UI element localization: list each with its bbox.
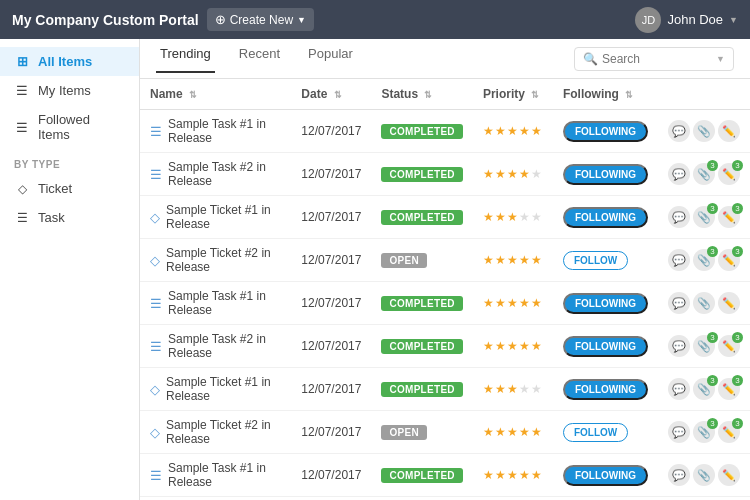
edit-action-icon[interactable]: ✏️ 3	[718, 378, 740, 400]
cell-following[interactable]: FOLLOWING	[553, 497, 658, 501]
cell-actions: 💬 📎 3 ✏️ 3	[658, 411, 750, 454]
follow-button[interactable]: FOLLOWING	[563, 336, 648, 357]
chat-action-icon[interactable]: 💬	[668, 378, 690, 400]
priority-stars: ★★★★★	[483, 253, 543, 267]
table-row: ◇ Sample Ticket #2 in Release 12/07/2017…	[140, 239, 750, 282]
edit-action-icon[interactable]: ✏️ 3	[718, 335, 740, 357]
sort-priority-icon: ⇅	[531, 90, 539, 100]
sidebar-item-my-items[interactable]: ☰ My Items	[0, 76, 139, 105]
attach-action-icon[interactable]: 📎 3	[693, 163, 715, 185]
attach-action-icon[interactable]: 📎 3	[693, 421, 715, 443]
cell-status: COMPLETED	[371, 153, 472, 196]
chat-icon: 💬	[672, 211, 686, 224]
priority-stars: ★★★★★	[483, 339, 543, 353]
sidebar-label-task: Task	[38, 210, 65, 225]
follow-button[interactable]: FOLLOWING	[563, 379, 648, 400]
follow-button[interactable]: FOLLOWING	[563, 293, 648, 314]
pencil-icon: ✏️	[722, 297, 736, 310]
cell-priority: ★★★★★	[473, 282, 553, 325]
search-input[interactable]	[602, 52, 702, 66]
edit-badge: 3	[707, 246, 718, 257]
cell-name: ◇ Sample Ticket #2 in Release	[140, 411, 291, 454]
sidebar-item-followed-items[interactable]: ☰ Followed Items	[0, 105, 139, 149]
sidebar-item-task[interactable]: ☰ Task	[0, 203, 139, 232]
chat-action-icon[interactable]: 💬	[668, 464, 690, 486]
edit-action-icon[interactable]: ✏️ 3	[718, 249, 740, 271]
edit-action-icon[interactable]: ✏️ 3	[718, 421, 740, 443]
ticket-icon: ◇	[14, 182, 30, 196]
edit-action-icon[interactable]: ✏️	[718, 464, 740, 486]
edit-action-icon[interactable]: ✏️ 3	[718, 163, 740, 185]
cell-following[interactable]: FOLLOWING	[553, 325, 658, 368]
tab-popular[interactable]: Popular	[304, 46, 357, 73]
chat-icon: 💬	[672, 297, 686, 310]
cell-date: 12/07/2017	[291, 153, 371, 196]
task-type-icon: ☰	[150, 124, 162, 139]
follow-button[interactable]: FOLLOWING	[563, 207, 648, 228]
attach-action-icon[interactable]: 📎 3	[693, 206, 715, 228]
edit-badge: 3	[707, 418, 718, 429]
sort-status-icon: ⇅	[424, 90, 432, 100]
attach-action-icon[interactable]: 📎	[693, 464, 715, 486]
grid-icon: ⊞	[14, 54, 30, 69]
attach-action-icon[interactable]: 📎 3	[693, 335, 715, 357]
follow-button[interactable]: FOLLOW	[563, 251, 628, 270]
edit-action-icon[interactable]: ✏️	[718, 120, 740, 142]
attach-action-icon[interactable]: 📎	[693, 292, 715, 314]
follow-button[interactable]: FOLLOWING	[563, 465, 648, 486]
paperclip-icon: 📎	[697, 125, 711, 138]
follow-button[interactable]: FOLLOWING	[563, 164, 648, 185]
chat-action-icon[interactable]: 💬	[668, 292, 690, 314]
ticket-type-icon: ◇	[150, 425, 160, 440]
item-name-text: Sample Task #2 in Release	[168, 332, 281, 360]
chat-action-icon[interactable]: 💬	[668, 206, 690, 228]
cell-status: COMPLETED	[371, 196, 472, 239]
follow-button[interactable]: FOLLOWING	[563, 121, 648, 142]
sidebar-item-all-items[interactable]: ⊞ All Items	[0, 47, 139, 76]
cell-following[interactable]: FOLLOW	[553, 411, 658, 454]
cell-actions: 💬 📎 ✏️	[658, 110, 750, 153]
cell-actions: 💬 📎 3 ✏️ 3	[658, 368, 750, 411]
chat-action-icon[interactable]: 💬	[668, 249, 690, 271]
status-badge: OPEN	[381, 253, 427, 268]
chat-action-icon[interactable]: 💬	[668, 163, 690, 185]
cell-priority: ★★★★★	[473, 110, 553, 153]
tab-trending[interactable]: Trending	[156, 46, 215, 73]
cell-following[interactable]: FOLLOWING	[553, 196, 658, 239]
cell-date: 12/07/2017	[291, 239, 371, 282]
task-type-icon: ☰	[150, 167, 162, 182]
attach-action-icon[interactable]: 📎 3	[693, 249, 715, 271]
sort-following-icon: ⇅	[625, 90, 633, 100]
cell-following[interactable]: FOLLOWING	[553, 282, 658, 325]
edit-badge: 3	[732, 375, 743, 386]
search-chevron-icon: ▼	[716, 54, 725, 64]
chat-action-icon[interactable]: 💬	[668, 335, 690, 357]
chat-action-icon[interactable]: 💬	[668, 421, 690, 443]
status-badge: COMPLETED	[381, 210, 462, 225]
priority-stars: ★★★★★	[483, 124, 543, 138]
follow-button[interactable]: FOLLOW	[563, 423, 628, 442]
edit-action-icon[interactable]: ✏️ 3	[718, 206, 740, 228]
cell-following[interactable]: FOLLOWING	[553, 454, 658, 497]
edit-badge: 3	[707, 375, 718, 386]
attach-action-icon[interactable]: 📎 3	[693, 378, 715, 400]
globe-icon: ⊕	[215, 12, 226, 27]
cell-status: COMPLETED	[371, 325, 472, 368]
item-name-text: Sample Ticket #1 in Release	[166, 375, 281, 403]
edit-action-icon[interactable]: ✏️	[718, 292, 740, 314]
attach-action-icon[interactable]: 📎	[693, 120, 715, 142]
cell-following[interactable]: FOLLOWING	[553, 110, 658, 153]
cell-name: ☰ Sample Task #2 in Release	[140, 497, 291, 501]
sidebar-item-ticket[interactable]: ◇ Ticket	[0, 174, 139, 203]
cell-following[interactable]: FOLLOWING	[553, 368, 658, 411]
cell-following[interactable]: FOLLOWING	[553, 153, 658, 196]
tab-recent[interactable]: Recent	[235, 46, 284, 73]
cell-following[interactable]: FOLLOW	[553, 239, 658, 282]
chat-action-icon[interactable]: 💬	[668, 120, 690, 142]
create-new-button[interactable]: ⊕ Create New ▼	[207, 8, 314, 31]
cell-status: COMPLETED	[371, 454, 472, 497]
search-box[interactable]: 🔍 ▼	[574, 47, 734, 71]
cell-name: ☰ Sample Task #1 in Release	[140, 110, 291, 153]
sort-name-icon: ⇅	[189, 90, 197, 100]
col-header-actions	[658, 79, 750, 110]
